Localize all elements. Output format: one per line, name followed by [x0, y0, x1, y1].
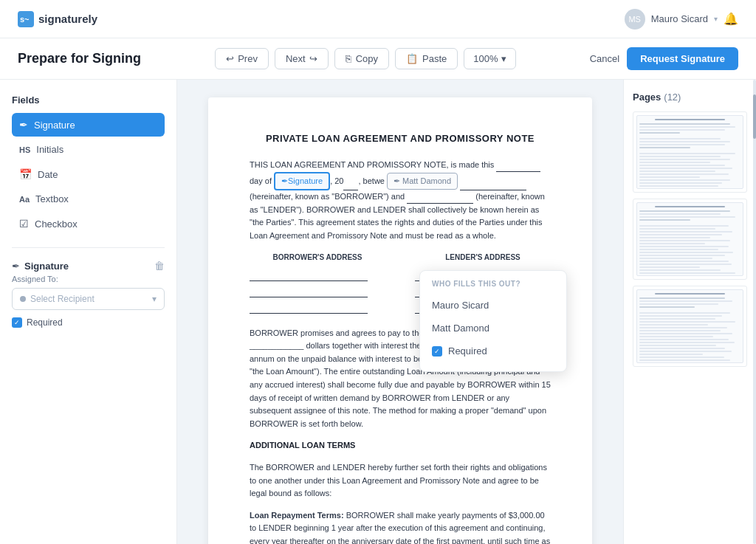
- borrower-address-title: BORROWER'S ADDRESS: [250, 252, 385, 264]
- next-button[interactable]: Next ↪: [275, 48, 329, 69]
- textbox-icon: Aa: [19, 195, 30, 204]
- logo-icon: s~: [18, 11, 34, 27]
- field-signature-label: Signature: [34, 120, 75, 131]
- toolbar-center: ↩ Prev Next ↪ ⎘ Copy 📋 Paste 100% ▾: [215, 48, 515, 69]
- date-icon: 📅: [19, 168, 32, 180]
- document-area: PRIVATE LOAN AGREEMENT AND PROMISSORY NO…: [177, 80, 623, 544]
- scrollbar-track: [753, 80, 756, 544]
- zoom-button[interactable]: 100% ▾: [464, 48, 515, 69]
- required-row: ✓ Required: [12, 317, 165, 328]
- mauro-label: Mauro Sicard: [432, 300, 489, 311]
- blank-lender: [407, 193, 473, 204]
- blank-day: [496, 162, 540, 172]
- selected-field-label: Signature: [24, 261, 69, 272]
- field-date[interactable]: 📅 Date: [12, 162, 165, 186]
- page-thumb-3[interactable]: [633, 286, 747, 367]
- field-signature[interactable]: ✒ Signature: [12, 113, 165, 137]
- dropdown-header: WHO FILLS THIS OUT?: [420, 280, 566, 294]
- loan-repayment-text: Loan Repayment Terms: BORROWER shall mak…: [250, 509, 551, 544]
- left-sidebar: Fields ✒ Signature HS Initials 📅 Date Aa…: [0, 80, 177, 544]
- paste-button[interactable]: 📋 Paste: [395, 48, 458, 69]
- select-recipient-dropdown[interactable]: Select Recipient ▾: [12, 288, 165, 310]
- dropdown-item-matt[interactable]: Matt Damond: [420, 317, 566, 340]
- page-title: Prepare for Signing: [18, 51, 141, 66]
- bell-icon[interactable]: 🔔: [724, 12, 738, 26]
- next-icon: ↪: [309, 53, 317, 64]
- select-chevron-icon: ▾: [152, 294, 157, 304]
- toolbar: Prepare for Signing ↩ Prev Next ↪ ⎘ Copy…: [0, 38, 756, 80]
- loan-repayment-label: Loan Repayment Terms:: [250, 511, 344, 520]
- field-textbox-label: Textbox: [35, 193, 69, 204]
- cancel-button[interactable]: Cancel: [590, 53, 619, 64]
- page-thumb-2[interactable]: [633, 199, 747, 280]
- user-area: MS Mauro Sicard ▾ 🔔: [625, 9, 738, 30]
- who-fills-dropdown: WHO FILLS THIS OUT? Mauro Sicard Matt Da…: [419, 270, 567, 372]
- page-thumb-3-inner: [636, 289, 743, 363]
- top-nav: s~ signaturely MS Mauro Sicard ▾ 🔔: [0, 0, 756, 38]
- pages-count: (12): [664, 92, 681, 103]
- required-checkbox[interactable]: ✓: [12, 317, 22, 328]
- initials-icon: HS: [19, 145, 30, 154]
- user-chevron-icon[interactable]: ▾: [714, 15, 718, 23]
- user-name: Mauro Sicard: [651, 13, 708, 24]
- paste-icon: 📋: [406, 53, 418, 64]
- lender-address-title: LENDER'S ADDRESS: [415, 252, 551, 264]
- main-layout: Fields ✒ Signature HS Initials 📅 Date Aa…: [0, 80, 756, 544]
- fields-title: Fields: [12, 94, 165, 106]
- blank-name: [460, 180, 526, 190]
- borrower-line-3: [250, 300, 368, 314]
- borrower-col: BORROWER'S ADDRESS: [250, 252, 385, 317]
- copy-button[interactable]: ⎘ Copy: [334, 48, 389, 69]
- copy-icon: ⎘: [346, 53, 351, 64]
- additional-loan-terms-heading: ADDITIONAL LOAN TERMS: [250, 439, 551, 452]
- assigned-section: Assigned To: Select Recipient ▾ ✓ Requir…: [12, 275, 165, 328]
- scrollbar-thumb[interactable]: [753, 94, 756, 139]
- recipient-dot: [20, 296, 26, 302]
- avatar: MS: [625, 9, 645, 30]
- dropdown-required-label: Required: [448, 345, 487, 357]
- selected-field-icon: ✒: [12, 261, 20, 272]
- prev-button[interactable]: ↩ Prev: [215, 48, 269, 69]
- zoom-chevron-icon: ▾: [501, 53, 506, 64]
- matt-label: Matt Damond: [432, 323, 489, 334]
- signature-icon: ✒: [19, 119, 28, 131]
- right-sidebar: Pages (12): [623, 80, 756, 544]
- signature-icon-field: ✒: [281, 175, 288, 188]
- dropdown-required-row[interactable]: ✓ Required: [420, 340, 566, 362]
- borrower-line-1: [250, 268, 368, 281]
- sidebar-divider: [12, 247, 165, 248]
- document-title: PRIVATE LOAN AGREEMENT AND PROMISSORY NO…: [250, 133, 551, 144]
- assigned-to-label: Assigned To:: [12, 275, 165, 283]
- svg-text:s~: s~: [20, 15, 30, 24]
- field-initials-label: Initials: [36, 144, 63, 155]
- checkbox-icon: ☑: [19, 218, 29, 230]
- toolbar-left: Prepare for Signing: [18, 51, 141, 66]
- page-thumb-1-inner: [636, 115, 743, 189]
- prev-icon: ↩: [226, 53, 234, 64]
- logo: s~ signaturely: [18, 11, 97, 27]
- field-initials[interactable]: HS Initials: [12, 138, 165, 161]
- selected-field-header: ✒ Signature 🗑: [12, 260, 165, 272]
- request-signature-button[interactable]: Request Signature: [627, 47, 738, 70]
- dropdown-required-checkbox[interactable]: ✓: [432, 346, 442, 357]
- additional-body-text: The BORROWER and LENDER hereby further s…: [250, 461, 551, 500]
- field-textbox[interactable]: Aa Textbox: [12, 187, 165, 210]
- logo-text: signaturely: [38, 13, 97, 25]
- select-recipient-label: Select Recipient: [30, 294, 94, 304]
- dropdown-item-mauro[interactable]: Mauro Sicard: [420, 294, 566, 317]
- field-checkbox[interactable]: ☑ Checkbox: [12, 212, 165, 235]
- signature-icon-field2: ✒: [394, 175, 400, 188]
- signature-field-1[interactable]: ✒ Signature: [274, 172, 330, 191]
- page-thumb-1[interactable]: [633, 111, 747, 193]
- field-date-label: Date: [38, 169, 58, 180]
- pages-title: Pages (12): [633, 92, 747, 103]
- blank-year: [343, 180, 358, 190]
- trash-icon[interactable]: 🗑: [154, 260, 165, 272]
- toolbar-right: Cancel Request Signature: [590, 47, 738, 70]
- required-label: Required: [27, 317, 63, 328]
- signature-field-2[interactable]: ✒ Matt Damond: [387, 173, 458, 190]
- borrower-line-2: [250, 284, 368, 297]
- page-thumb-2-inner: [636, 202, 743, 276]
- field-checkbox-label: Checkbox: [35, 218, 78, 230]
